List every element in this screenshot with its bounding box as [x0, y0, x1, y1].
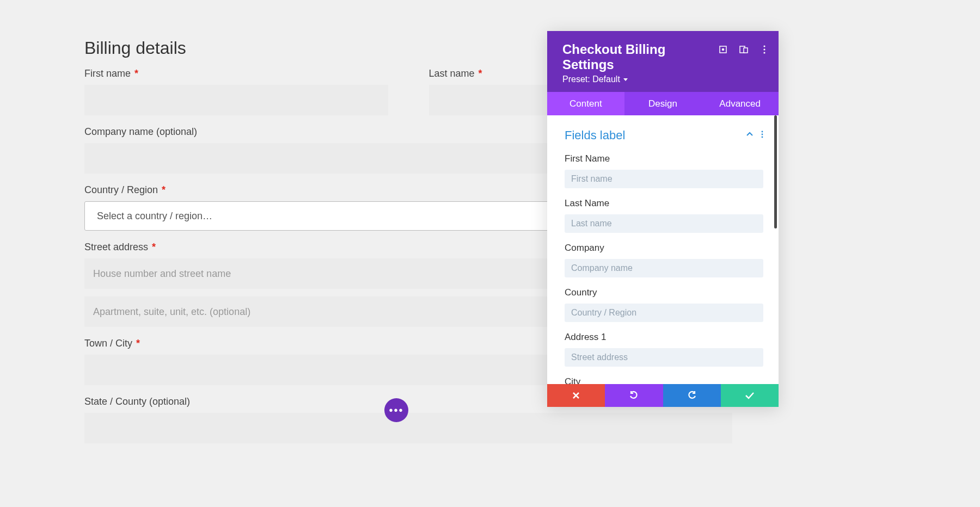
more-actions-button[interactable]: •••: [384, 398, 408, 422]
more-icon: •••: [389, 404, 403, 417]
tab-advanced[interactable]: Advanced: [701, 92, 779, 115]
collapse-icon[interactable]: [746, 131, 754, 140]
redo-button[interactable]: [663, 384, 721, 407]
panel-header: Checkout Billing Settings Preset: Defaul…: [547, 31, 779, 92]
responsive-icon[interactable]: [739, 45, 748, 54]
svg-rect-3: [744, 48, 748, 53]
section-head-icons: [746, 131, 763, 140]
undo-button[interactable]: [605, 384, 663, 407]
svg-point-5: [763, 48, 765, 50]
required-mark: *: [152, 242, 156, 252]
field-title: First Name: [565, 153, 763, 164]
svg-point-9: [762, 137, 763, 138]
svg-point-1: [722, 49, 724, 51]
tab-content[interactable]: Content: [547, 92, 624, 115]
settings-panel: Checkout Billing Settings Preset: Defaul…: [547, 31, 779, 407]
save-button[interactable]: [721, 384, 779, 407]
input-state[interactable]: [84, 413, 732, 443]
cancel-button[interactable]: [547, 384, 605, 407]
panel-tabs: Content Design Advanced: [547, 92, 779, 115]
field-title: Company: [565, 243, 763, 253]
label-first-name: First name *: [84, 68, 388, 79]
svg-point-4: [763, 45, 765, 47]
field-block-country: Country: [565, 287, 763, 322]
preset-dropdown[interactable]: Preset: Default: [562, 75, 719, 84]
field-block-company: Company: [565, 243, 763, 277]
redo-icon: [687, 391, 697, 400]
section-head: Fields label: [565, 128, 763, 143]
scrollbar[interactable]: [774, 115, 777, 228]
required-mark: *: [136, 338, 140, 349]
expand-icon[interactable]: [719, 45, 727, 54]
svg-point-6: [763, 52, 765, 53]
field-title: Last Name: [565, 198, 763, 209]
field-title: Address 1: [565, 332, 763, 343]
close-icon: [572, 392, 580, 399]
undo-icon: [629, 391, 639, 400]
panel-body: Fields label First Name Last Name Compan…: [547, 115, 779, 384]
required-mark: *: [479, 68, 482, 79]
field-input-last-name[interactable]: [565, 214, 763, 233]
field-input-first-name[interactable]: [565, 170, 763, 188]
field-block-address1: Address 1: [565, 332, 763, 367]
svg-point-7: [762, 131, 763, 133]
field-input-company[interactable]: [565, 259, 763, 277]
required-mark: *: [162, 184, 166, 195]
panel-header-icons: [719, 45, 769, 54]
panel-footer: [547, 384, 779, 407]
field-block-first-name: First Name: [565, 153, 763, 188]
input-first-name[interactable]: [84, 85, 388, 115]
kebab-menu-icon[interactable]: [760, 45, 769, 54]
field-block-city: City: [565, 376, 763, 384]
field-title: City: [565, 376, 763, 384]
tab-design[interactable]: Design: [624, 92, 702, 115]
section-title: Fields label: [565, 128, 625, 143]
caret-down-icon: [623, 78, 628, 81]
field-input-address1[interactable]: [565, 348, 763, 367]
panel-title: Checkout Billing Settings: [562, 42, 719, 72]
svg-point-8: [762, 134, 763, 135]
panel-title-group: Checkout Billing Settings Preset: Defaul…: [562, 42, 719, 84]
required-mark: *: [134, 68, 138, 79]
field-title: Country: [565, 287, 763, 298]
group-first-name: First name *: [84, 68, 388, 115]
check-icon: [745, 392, 755, 399]
field-input-country[interactable]: [565, 304, 763, 322]
kebab-section-icon[interactable]: [761, 131, 763, 140]
field-block-last-name: Last Name: [565, 198, 763, 233]
